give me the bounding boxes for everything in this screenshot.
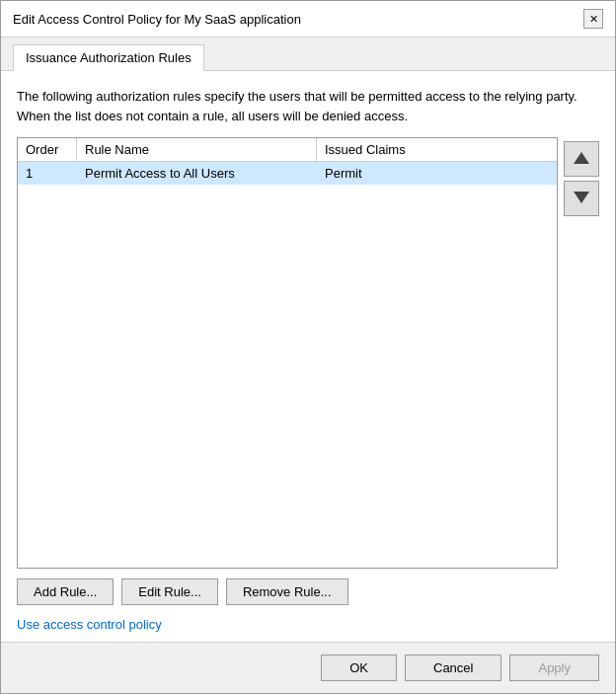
cancel-button[interactable]: Cancel [405, 655, 501, 681]
footer: OK Cancel Apply [1, 642, 615, 693]
title-bar: Edit Access Control Policy for My SaaS a… [1, 1, 615, 38]
side-buttons [564, 137, 599, 569]
dialog-title: Edit Access Control Policy for My SaaS a… [13, 12, 301, 27]
edit-rule-button[interactable]: Edit Rule... [121, 578, 218, 605]
apply-button[interactable]: Apply [509, 655, 599, 681]
arrow-up-icon [574, 152, 589, 167]
dialog: Edit Access Control Policy for My SaaS a… [0, 0, 616, 694]
col-rule-name: Rule Name [77, 138, 317, 161]
arrow-down-icon [574, 192, 589, 206]
table-body: 1 Permit Access to All Users Permit [18, 162, 557, 568]
move-up-button[interactable] [564, 141, 599, 177]
tab-issuance-auth-rules[interactable]: Issuance Authorization Rules [13, 44, 204, 71]
remove-rule-button[interactable]: Remove Rule... [226, 578, 348, 605]
col-order: Order [18, 138, 77, 161]
table-area: Order Rule Name Issued Claims 1 Permit A… [17, 137, 599, 569]
use-access-control-policy-link[interactable]: Use access control policy [17, 617, 599, 632]
rule-buttons-container: Add Rule... Edit Rule... Remove Rule... [17, 578, 599, 609]
ok-button[interactable]: OK [321, 655, 397, 681]
description-text: The following authorization rules specif… [17, 87, 599, 125]
add-rule-button[interactable]: Add Rule... [17, 578, 114, 605]
cell-order: 1 [18, 162, 77, 185]
main-content: The following authorization rules specif… [1, 71, 615, 642]
close-button[interactable]: ✕ [583, 9, 603, 29]
move-down-button[interactable] [564, 181, 599, 216]
cell-rule-name: Permit Access to All Users [77, 162, 317, 185]
col-issued-claims: Issued Claims [317, 138, 557, 161]
table-row[interactable]: 1 Permit Access to All Users Permit [18, 162, 557, 185]
table-header: Order Rule Name Issued Claims [18, 138, 557, 162]
tabs-container: Issuance Authorization Rules [1, 38, 615, 71]
cell-issued-claims: Permit [317, 162, 557, 185]
rules-table: Order Rule Name Issued Claims 1 Permit A… [17, 137, 558, 569]
